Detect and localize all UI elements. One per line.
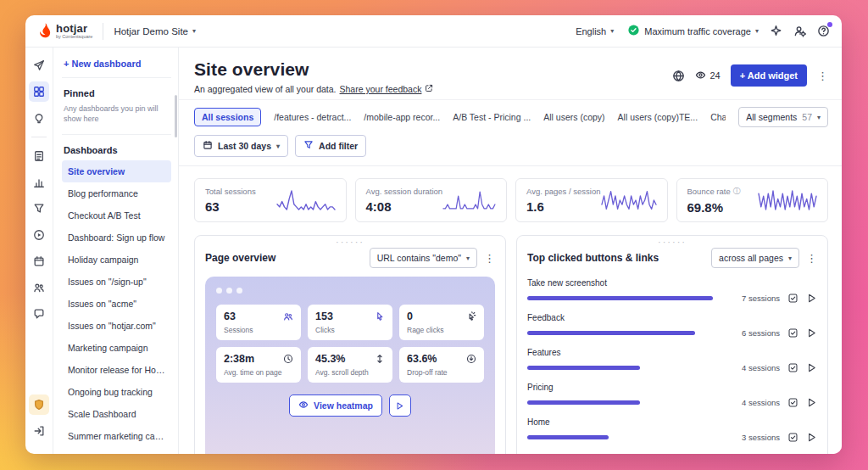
add-widget-button[interactable]: + Add widget	[731, 64, 807, 87]
add-filter-label: Add filter	[319, 141, 358, 151]
sparkline-chart	[758, 189, 817, 211]
help-button[interactable]	[817, 25, 830, 37]
users-icon	[33, 282, 45, 294]
account-settings-icon	[793, 25, 806, 37]
feedback-icon	[33, 308, 45, 320]
globe-icon-button[interactable]	[672, 70, 685, 82]
sidebar-item[interactable]: Holiday campaign	[62, 249, 171, 271]
rail-funnels-button[interactable]	[29, 199, 49, 219]
hotjar-flame-icon	[37, 23, 52, 39]
play-recordings-icon-button[interactable]	[806, 397, 817, 408]
rail-recordings-button[interactable]	[29, 225, 49, 245]
rage-click-icon	[466, 311, 476, 322]
drag-handle[interactable]: ······	[336, 238, 364, 247]
rail-feedback-button[interactable]	[29, 304, 49, 324]
segment-tab[interactable]: All users (copy)	[543, 109, 604, 126]
play-recordings-icon-button[interactable]	[806, 327, 817, 339]
sidebar-item[interactable]: Issues on "/sign-up"	[62, 271, 171, 293]
site-selector[interactable]: Hotjar Demo Site ▾	[114, 26, 196, 36]
sessions-count: 6 sessions	[732, 328, 780, 338]
play-icon	[806, 327, 817, 339]
rail-lightbulb-button[interactable]	[29, 108, 49, 128]
rail-send-button[interactable]	[29, 55, 49, 76]
header-kebab-menu[interactable]: ⋮	[817, 70, 828, 81]
drag-handle[interactable]: ······	[658, 238, 687, 247]
view-heatmap-icon-button[interactable]	[787, 362, 798, 373]
new-dashboard-button[interactable]: + New dashboard	[62, 55, 142, 77]
stat-card[interactable]: Total sessions63	[194, 178, 347, 222]
sidebar-item[interactable]: Site overview	[62, 160, 171, 182]
chevron-down-icon: ▾	[788, 255, 792, 262]
widget-kebab-menu[interactable]: ⋮	[806, 253, 817, 264]
play-icon	[806, 432, 817, 443]
segment-tab[interactable]: A/B Test - Pricing ...	[453, 109, 531, 126]
rail-dashboards-grid-button[interactable]	[29, 81, 49, 102]
sidebar-item[interactable]: Ongoing bug tracking	[62, 381, 171, 403]
view-heatmap-icon-button[interactable]	[787, 397, 798, 408]
pages-scope-select[interactable]: across all pages ▾	[711, 248, 799, 268]
sidebar-item[interactable]: Dashboard: Sign up flow	[62, 227, 171, 249]
segment-tab[interactable]: All sessions	[194, 108, 261, 126]
segments-count: 57	[802, 112, 812, 122]
sidebar-item[interactable]: Issues on "hotjar.com"	[62, 315, 171, 337]
send-icon	[33, 59, 45, 71]
sidebar-item[interactable]: Monitor release for Hotjar	[62, 359, 171, 381]
url-filter-label: URL contains "demo"	[377, 253, 461, 263]
view-heatmap-button[interactable]: View heatmap	[289, 394, 382, 417]
account-settings-button[interactable]	[793, 25, 806, 37]
segment-tab[interactable]: /features - detract...	[274, 109, 351, 126]
language-selector[interactable]: English ▾	[576, 26, 614, 36]
stat-card[interactable]: Avg. pages / session1.6	[515, 178, 668, 222]
rail-surveys-button[interactable]	[29, 146, 49, 166]
sparkline-chart	[601, 189, 657, 211]
stat-label: Bounce rate ⓘ	[687, 186, 741, 197]
add-filter-button[interactable]: Add filter	[295, 135, 366, 157]
view-heatmap-icon-button[interactable]	[787, 293, 798, 304]
widget-kebab-menu[interactable]: ⋮	[484, 253, 495, 264]
rail-collapse-button[interactable]	[29, 421, 49, 441]
sidebar-scrollbar[interactable]	[175, 95, 177, 137]
sidebar-item[interactable]: Checkout A/B Test	[62, 204, 171, 227]
play-recordings-button[interactable]	[389, 394, 411, 417]
dashboards-grid-icon	[33, 86, 45, 98]
shield-icon	[33, 399, 45, 411]
segment-tab[interactable]: /mobile-app recor...	[364, 109, 440, 126]
play-icon	[806, 362, 817, 373]
stat-card[interactable]: Avg. session duration4:08	[355, 178, 508, 222]
sidebar-item[interactable]: Summer marketing campaign	[62, 425, 171, 447]
traffic-coverage-selector[interactable]: Maximum traffic coverage ▾	[627, 24, 759, 38]
whats-new-button[interactable]	[770, 25, 782, 37]
view-heatmap-label: View heatmap	[314, 400, 373, 411]
square-check-icon	[787, 432, 798, 443]
clicked-item-label: Feedback	[527, 313, 817, 322]
play-recordings-icon-button[interactable]	[806, 362, 817, 373]
play-recordings-icon-button[interactable]	[806, 293, 817, 304]
chevron-down-icon: ▾	[276, 143, 280, 150]
scroll-depth-icon	[375, 354, 385, 364]
segment-tab[interactable]: Channel 1 (X)	[710, 109, 726, 126]
sidebar-item[interactable]: Marketing campaign	[62, 337, 171, 359]
external-link-icon	[425, 84, 433, 94]
segment-tab[interactable]: All users (copy)TE...	[618, 109, 698, 126]
url-filter-select[interactable]: URL contains "demo" ▾	[370, 248, 477, 268]
view-heatmap-icon-button[interactable]	[787, 327, 798, 339]
play-recordings-icon-button[interactable]	[806, 432, 817, 443]
check-circle-icon	[627, 24, 640, 36]
surveys-icon	[33, 150, 45, 162]
eye-icon	[695, 70, 706, 81]
rail-users-button[interactable]	[29, 277, 49, 298]
stat-card[interactable]: Bounce rate ⓘ69.8%	[676, 178, 829, 222]
rail-metrics-button[interactable]	[29, 172, 49, 193]
sidebar-item[interactable]: Issues on "acme"	[62, 293, 171, 315]
rail-calendar-button[interactable]	[29, 251, 49, 271]
view-heatmap-icon-button[interactable]	[787, 432, 798, 443]
check-circle-icon	[627, 24, 640, 38]
clicked-item-row: Pricing4 sessions	[527, 383, 817, 408]
metric-value: 63	[224, 311, 236, 322]
rail-shield-button[interactable]	[29, 394, 49, 415]
all-segments-select[interactable]: All segments 57 ▾	[738, 107, 828, 127]
sidebar-item[interactable]: Blog performance	[62, 182, 171, 204]
feedback-link[interactable]: Share your feedback	[340, 84, 422, 94]
sidebar-item[interactable]: Scale Dashboard	[62, 403, 171, 425]
date-range-button[interactable]: Last 30 days ▾	[194, 135, 288, 157]
